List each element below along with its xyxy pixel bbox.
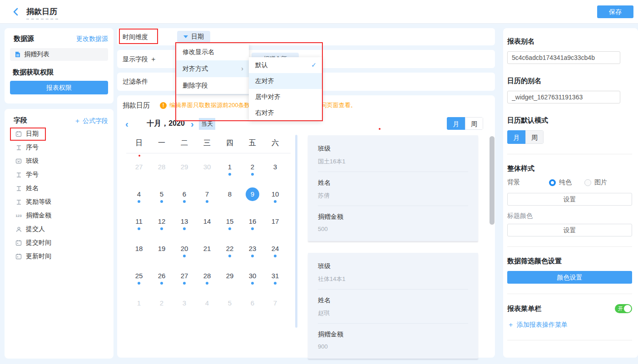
prev-month-icon[interactable]: ‹ (125, 118, 129, 130)
month-view-button[interactable]: 月 (447, 117, 465, 130)
color-setting-button[interactable]: 颜色设置 (507, 271, 632, 284)
calendar-day[interactable]: 1 (128, 292, 150, 319)
calendar-day[interactable]: 4 (196, 292, 218, 319)
calendar-day[interactable]: 27 (173, 265, 196, 292)
week-view-button[interactable]: 周 (465, 117, 483, 130)
radio-image[interactable] (584, 179, 591, 186)
field-item[interactable]: 学号 (5, 168, 114, 182)
day-number: 26 (158, 271, 166, 281)
calendar-day[interactable]: 22 (218, 237, 241, 265)
submenu-item-left[interactable]: 左对齐 (249, 73, 322, 89)
calendar-day[interactable]: 7 (196, 183, 218, 210)
calendar-day[interactable]: 28 (150, 156, 173, 183)
default-mode-week-button[interactable]: 周 (525, 130, 544, 144)
calendar-day[interactable]: 26 (150, 265, 173, 292)
detail-card-row: 班级国土16本1 (318, 138, 468, 172)
calendar-day[interactable]: 7 (264, 292, 287, 319)
day-number: 19 (158, 244, 166, 254)
calendar-day[interactable]: 24 (264, 237, 287, 265)
report-alias-input[interactable] (507, 51, 620, 64)
calendar-day[interactable]: 4 (128, 183, 150, 210)
calendar-day[interactable]: 10 (264, 183, 287, 210)
calendar-day[interactable]: 12 (150, 210, 173, 237)
text-icon (15, 171, 22, 178)
today-button[interactable]: 当天 (199, 118, 215, 130)
calendar-day[interactable]: 17 (264, 210, 287, 237)
field-item[interactable]: 提交时间 (5, 236, 114, 250)
add-report-menu-link[interactable]: ＋ 添加报表操作菜单 (507, 320, 633, 329)
calendar-day[interactable]: 3 (264, 156, 287, 183)
calendar-day[interactable]: 11 (128, 210, 150, 237)
detail-card[interactable]: 班级国土16本1姓名苏倩捐赠金额500 (308, 135, 478, 241)
field-item[interactable]: 序号 (5, 141, 114, 154)
calendar-day[interactable]: 14 (196, 210, 218, 237)
change-datasource-link[interactable]: 更改数据源 (76, 35, 108, 43)
day-number: 29 (226, 271, 234, 281)
calendar-day[interactable]: 30 (196, 156, 218, 183)
calendar-day[interactable]: 6 (241, 292, 264, 319)
title-color-setting-button[interactable]: 设置 (507, 224, 632, 236)
calendar-day[interactable]: 5 (150, 183, 173, 210)
calendar-day[interactable]: 31 (264, 265, 287, 292)
calendar-day[interactable]: 3 (173, 292, 196, 319)
calendar-day[interactable]: 21 (196, 237, 218, 265)
menu-item-delete[interactable]: 删除字段 (176, 77, 249, 94)
field-item[interactable]: 奖励等级 (5, 195, 114, 209)
menu-item-align[interactable]: 对齐方式› (176, 60, 249, 77)
default-mode-month-button[interactable]: 月 (507, 130, 525, 144)
time-dimension-dropdown[interactable]: 日期 (177, 31, 210, 43)
calendar-day[interactable]: 8 (218, 183, 241, 210)
menu-item-rename[interactable]: 修改显示名 (176, 44, 249, 60)
calendar-day[interactable]: 15 (218, 210, 241, 237)
save-button[interactable]: 保存 (597, 5, 633, 18)
day-number: 28 (158, 162, 166, 172)
field-item[interactable]: 提交人 (5, 222, 114, 236)
back-icon[interactable] (11, 7, 21, 17)
calendar-day[interactable]: 18 (128, 237, 150, 265)
calendar-day[interactable]: 19 (150, 237, 173, 265)
calendar-day[interactable]: 29 (173, 156, 196, 183)
fields-panel: 字段 ＋ 公式字段 日期序号班级学号姓名奖励等级123捐赠金额提交人提交时间更新… (5, 109, 114, 359)
submenu-item-center[interactable]: 居中对齐 (249, 89, 322, 105)
add-display-field-icon[interactable]: ＋ (150, 55, 157, 63)
field-item[interactable]: 姓名 (5, 182, 114, 195)
calendar-day[interactable]: 29 (218, 265, 241, 292)
detail-field-value: 500 (318, 226, 468, 232)
calendar-day[interactable]: 2 (150, 292, 173, 319)
submenu-item-right[interactable]: 右对齐 (249, 105, 322, 121)
calendar-day[interactable]: 2 (241, 156, 264, 183)
add-formula-field-link[interactable]: ＋ 公式字段 (74, 117, 108, 125)
next-month-icon[interactable]: › (191, 118, 194, 130)
calendar-day[interactable]: 1 (218, 156, 241, 183)
calendar-day[interactable]: 13 (173, 210, 196, 237)
calendar-alias-input[interactable] (507, 91, 620, 103)
calendar-day[interactable]: 23 (241, 237, 264, 265)
calendar-day[interactable]: 28 (196, 265, 218, 292)
calendar-day[interactable]: 16 (241, 210, 264, 237)
menu-bar-toggle[interactable]: 开 (615, 304, 632, 313)
calendar-day[interactable]: 30 (241, 265, 264, 292)
background-setting-button[interactable]: 设置 (507, 193, 632, 206)
day-number: 23 (249, 244, 257, 254)
detail-card[interactable]: 班级社体14本1姓名赵琪捐赠金额900 (308, 253, 478, 359)
field-item[interactable]: 123捐赠金额 (5, 209, 114, 222)
day-number: 10 (272, 189, 279, 199)
calendar-day[interactable]: 5 (218, 292, 241, 319)
calendar-day[interactable]: 27 (128, 156, 150, 183)
field-item[interactable]: 日期 (5, 127, 114, 141)
calendar-day[interactable]: 20 (173, 237, 196, 265)
detail-field-value: 国土16本1 (318, 157, 468, 166)
calendar-day[interactable]: 9 (241, 183, 264, 210)
toggle-knob (624, 305, 631, 312)
top-bar: 捐款日历 保存 (0, 0, 638, 24)
field-item[interactable]: 班级 (5, 154, 114, 168)
calendar-day[interactable]: 6 (173, 183, 196, 210)
detail-cards-scrollbar[interactable] (490, 136, 495, 225)
datasource-item[interactable]: 捐赠列表 (10, 48, 108, 61)
person-icon (15, 226, 22, 233)
report-permission-button[interactable]: 报表权限 (10, 81, 108, 94)
radio-solid-color[interactable] (549, 179, 556, 186)
field-item[interactable]: 更新时间 (5, 250, 114, 263)
submenu-item-default[interactable]: 默认✓ (249, 57, 322, 73)
calendar-day[interactable]: 25 (128, 265, 150, 292)
